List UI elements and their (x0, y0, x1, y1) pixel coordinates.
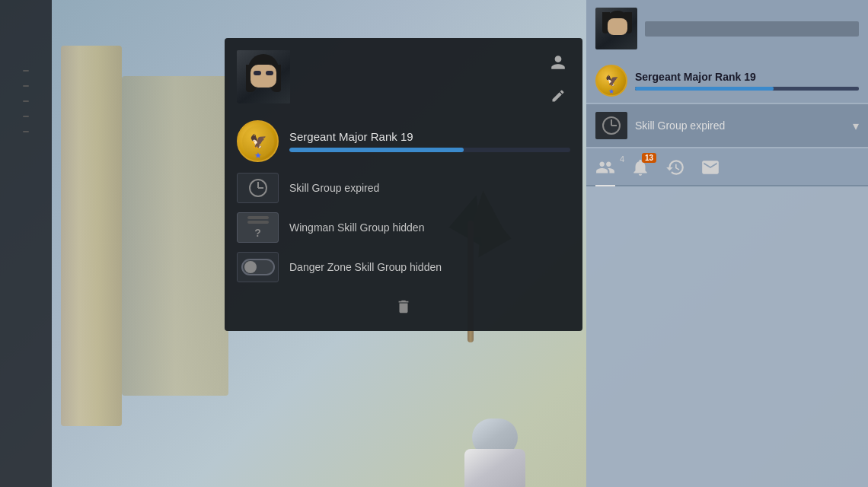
right-avatar (595, 8, 637, 49)
sidebar-dot (23, 70, 29, 72)
right-rank-name: Sergeant Major Rank 19 (635, 71, 859, 83)
trash-icon (395, 298, 412, 315)
popup-avatar (237, 50, 290, 103)
right-clock-hand-m (611, 125, 617, 126)
right-tabs: 4 13 (586, 148, 868, 186)
robot-body-container (457, 380, 533, 487)
right-rank-eagle-icon: 🦅 (605, 75, 618, 87)
clock-hand-minute (258, 187, 263, 189)
skill-group-1-row: Skill Group expired (237, 173, 570, 203)
robot-character (457, 380, 533, 487)
right-name-bar (645, 21, 859, 37)
robot-torso (464, 449, 525, 487)
skill-group-1-text: Skill Group expired (289, 182, 379, 194)
skill-group-2-icon: ? (237, 212, 279, 243)
right-avatar-face (602, 11, 632, 47)
wingman-stripes-2 (247, 221, 269, 224)
wingman-stripes (247, 216, 269, 219)
avatar-image (237, 50, 290, 103)
rank-info: Sergeant Major Rank 19 (289, 130, 570, 152)
right-clock-icon (602, 116, 621, 135)
popup-header (237, 50, 570, 108)
rank-progress-bar (289, 148, 570, 152)
skill-group-3-row: Danger Zone Skill Group hidden (237, 252, 570, 282)
right-skill-row[interactable]: Skill Group expired ▾ (586, 104, 868, 147)
skill-group-1-icon (237, 173, 279, 203)
right-rank-coin: 🦅 ★ (595, 65, 627, 97)
messages-icon (700, 158, 720, 177)
danger-zone-toggle (241, 259, 275, 275)
right-rank-fill (635, 87, 774, 91)
right-rank-info: Sergeant Major Rank 19 (635, 71, 859, 91)
sidebar-dot (23, 131, 29, 132)
skill-group-3-text: Danger Zone Skill Group hidden (289, 261, 442, 273)
friends-count: 4 (620, 154, 624, 164)
edit-icon-button[interactable] (546, 84, 570, 108)
chevron-down-icon[interactable]: ▾ (853, 119, 859, 133)
notification-badge: 13 (642, 153, 656, 163)
sidebar-dot (23, 100, 29, 102)
right-rank-star: ★ (608, 88, 614, 95)
avatar-face-skin (251, 65, 276, 88)
rank-progress-fill (289, 148, 464, 152)
skill-group-2-text: Wingman Skill Group hidden (289, 221, 424, 234)
right-header-info (645, 18, 859, 40)
popup-action-icons (546, 50, 570, 108)
left-sidebar (0, 0, 52, 487)
sidebar-dots (23, 70, 29, 132)
stripe-1 (247, 216, 269, 219)
sidebar-dot (23, 116, 29, 117)
profile-icon-button[interactable] (546, 50, 570, 75)
edit-icon (550, 88, 566, 103)
rank-star: ★ (254, 151, 262, 161)
tab-friends[interactable]: 4 (595, 158, 615, 186)
dz-knob (244, 261, 257, 273)
bg-pillar-right (122, 76, 228, 396)
rank-row: 🦅 ★ Sergeant Major Rank 19 (237, 120, 570, 162)
right-avatar-image (595, 8, 637, 49)
right-rank-bar (635, 87, 859, 91)
right-clock-box (595, 112, 627, 139)
clock-icon (249, 179, 267, 197)
popup-footer (237, 294, 570, 319)
bg-pillar-left (61, 46, 122, 426)
rank-name: Sergeant Major Rank 19 (289, 130, 570, 143)
skill-group-2-row: ? Wingman Skill Group hidden (237, 212, 570, 243)
rank-badge: 🦅 ★ (237, 120, 279, 162)
avatar-face (244, 54, 282, 100)
right-face-skin (608, 18, 627, 35)
tab-notifications[interactable]: 13 (630, 158, 650, 185)
right-panel-header (586, 0, 868, 57)
question-mark: ? (254, 227, 261, 239)
rank-eagle-icon: 🦅 (250, 135, 266, 148)
avatar-eyes (254, 71, 273, 75)
skill-group-3-icon (237, 252, 279, 282)
right-rank-row: 🦅 ★ Sergeant Major Rank 19 (586, 57, 868, 103)
avatar-eye-left (254, 71, 261, 75)
avatar-eye-right (266, 71, 273, 75)
profile-popup: 🦅 ★ Sergeant Major Rank 19 Skill Group e… (225, 38, 582, 331)
sidebar-dot (23, 85, 29, 87)
trash-button[interactable] (391, 294, 416, 319)
history-icon (665, 158, 685, 177)
right-skill-text: Skill Group expired (635, 119, 853, 132)
friends-icon (595, 158, 615, 177)
right-panel: 🦅 ★ Sergeant Major Rank 19 Skill Group e… (586, 0, 868, 487)
tab-messages[interactable] (700, 158, 720, 185)
person-icon (550, 54, 566, 71)
tab-history[interactable] (665, 158, 685, 185)
stripe-2 (247, 221, 269, 224)
